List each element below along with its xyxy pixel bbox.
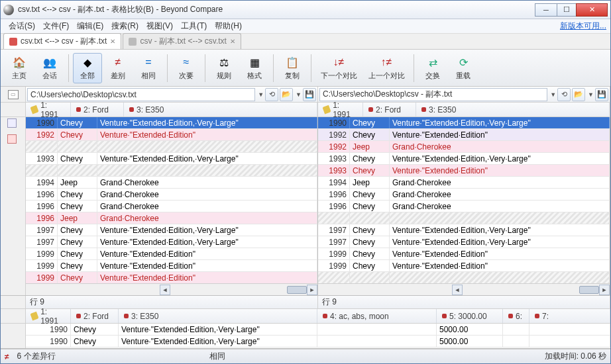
table-row[interactable]: 1992ChevyVenture·"Extended·Edition" <box>26 129 317 141</box>
table-row[interactable]: 1996ChevyGrand·Cherokee <box>26 189 317 201</box>
maximize-button[interactable]: ☐ <box>557 3 577 17</box>
menu-search[interactable]: 搜索(R) <box>107 19 142 33</box>
menu-file[interactable]: 文件(F) <box>39 19 73 33</box>
table-row[interactable]: 1999ChevyVenture·"Extended·Edition" <box>318 260 610 272</box>
save-button[interactable]: 💾 <box>595 88 608 101</box>
thumbnail-icon[interactable]: ▭ <box>8 90 19 99</box>
minimize-button[interactable]: ─ <box>535 3 557 17</box>
dropdown-icon[interactable]: ▼ <box>296 91 302 98</box>
save-button[interactable]: 💾 <box>303 88 316 101</box>
format-button[interactable]: ▦格式 <box>240 53 269 83</box>
col-header[interactable]: 1: 1991 <box>318 103 363 116</box>
left-path-input[interactable] <box>27 88 255 101</box>
prev-diff-button[interactable]: ↑≠上一个对比 <box>363 53 410 83</box>
next-diff-button[interactable]: ↓≠下一个对比 <box>315 53 362 83</box>
detail-table[interactable]: 1990ChevyVenture·"Extended·Edition,·Very… <box>26 324 610 348</box>
col-header[interactable]: 2: Ford <box>363 103 416 116</box>
overview-diff-marker[interactable] <box>7 134 17 144</box>
same-button[interactable]: =相同 <box>134 53 163 83</box>
col-header[interactable]: 3: E350 <box>416 103 610 116</box>
col-header[interactable]: 2: Ford <box>71 103 124 116</box>
detail-row[interactable]: 1990ChevyVenture·"Extended·Edition,·Very… <box>26 324 610 336</box>
tab-inactive[interactable]: csv - 副本.txt <--> csv.txt ✕ <box>123 33 241 49</box>
new-version-link[interactable]: 新版本可用... <box>560 21 606 32</box>
col-header[interactable]: 3: E350 <box>124 103 317 116</box>
right-hscroll[interactable]: ◄► <box>318 283 610 295</box>
session-button[interactable]: 👥会话 <box>35 53 64 83</box>
table-row[interactable]: 1997ChevyVenture·"Extended·Edition,·Very… <box>318 236 610 248</box>
dropdown-icon[interactable]: ▼ <box>258 91 264 98</box>
dropdown-icon[interactable]: ▼ <box>550 91 556 98</box>
table-row[interactable] <box>26 165 317 177</box>
close-button[interactable]: ✕ <box>576 3 608 17</box>
left-table[interactable]: 1990ChevyVenture·"Extended·Edition,·Very… <box>26 117 317 283</box>
table-row[interactable]: 1992JeepGrand·Cherokee <box>318 141 610 153</box>
table-row[interactable]: 1997ChevyVenture·"Extended·Edition,·Very… <box>26 236 317 248</box>
diff-button[interactable]: ≠差别 <box>103 53 133 83</box>
menu-edit[interactable]: 编辑(E) <box>73 19 107 33</box>
scroll-thumb[interactable] <box>287 286 307 294</box>
table-row[interactable]: 1990ChevyVenture·"Extended·Edition,·Very… <box>26 117 317 129</box>
reload-button[interactable]: ⟳重载 <box>449 53 478 83</box>
copy-button[interactable]: 📋复制 <box>278 53 307 83</box>
col-header[interactable]: 5: 3000.00 <box>437 309 503 323</box>
col-header[interactable]: 4: ac, abs, moon <box>317 309 437 323</box>
table-row[interactable]: 1993ChevyVenture·"Extended·Edition,·Very… <box>26 153 317 165</box>
refresh-button[interactable]: ⟲ <box>265 88 278 101</box>
swap-button[interactable]: ⇄交换 <box>418 53 447 83</box>
table-row[interactable]: 1996JeepGrand·Cherokee <box>26 212 317 224</box>
table-row[interactable] <box>318 272 610 283</box>
home-button[interactable]: 🏠主页 <box>5 53 34 83</box>
overview-gutter[interactable] <box>1 117 26 295</box>
right-path-input[interactable] <box>319 88 547 101</box>
rules-button[interactable]: ⚖规则 <box>209 53 239 83</box>
table-row[interactable]: 1999ChevyVenture·"Extended·Edition" <box>318 248 610 260</box>
minor-button[interactable]: ≈次要 <box>172 53 201 83</box>
table-row[interactable]: 1997ChevyVenture·"Extended·Edition,·Very… <box>318 224 610 236</box>
tab-close-icon[interactable]: ✕ <box>110 38 115 45</box>
all-button[interactable]: ◆全部 <box>73 53 102 83</box>
col-header[interactable]: 1: 1991 <box>26 309 71 323</box>
menu-tools[interactable]: 工具(T) <box>177 19 211 33</box>
table-row[interactable]: 1996ChevyGrand·Cherokee <box>318 201 610 212</box>
detail-row[interactable]: 1990ChevyVenture·"Extended·Edition,·Very… <box>26 336 610 347</box>
scroll-thumb[interactable] <box>579 286 599 294</box>
col-header[interactable]: 1: 1991 <box>26 103 71 116</box>
scroll-right-icon[interactable]: ► <box>599 285 610 295</box>
cell-year: 1997 <box>26 224 58 236</box>
scroll-left-icon[interactable]: ◄ <box>160 285 170 295</box>
right-table[interactable]: 1990ChevyVenture·"Extended·Edition,·Very… <box>318 117 610 283</box>
table-row[interactable]: 1993ChevyVenture·"Extended·Edition,·Very… <box>318 153 610 165</box>
overview-marker[interactable] <box>7 118 17 128</box>
scroll-left-icon[interactable]: ◄ <box>452 285 463 295</box>
table-row[interactable]: 1990ChevyVenture·"Extended·Edition,·Very… <box>318 117 610 129</box>
cell-desc <box>97 165 317 176</box>
scroll-right-icon[interactable]: ► <box>307 285 317 295</box>
col-header[interactable]: 2: Ford <box>71 309 119 323</box>
tab-close-icon[interactable]: ✕ <box>230 38 235 45</box>
tab-active[interactable]: csv.txt <--> csv - 副本.txt ✕ <box>3 33 121 49</box>
col-header[interactable]: 7: <box>529 309 610 323</box>
table-row[interactable]: 1994JeepGrand·Cherokee <box>26 177 317 189</box>
table-row[interactable] <box>26 141 317 153</box>
table-row[interactable]: 1996ChevyGrand·Cherokee <box>26 201 317 212</box>
dropdown-icon[interactable]: ▼ <box>588 91 594 98</box>
table-row[interactable]: 1999ChevyVenture·"Extended·Edition" <box>26 248 317 260</box>
left-hscroll[interactable]: ◄► <box>26 283 317 295</box>
col-header[interactable]: 3: E350 <box>119 309 317 323</box>
menu-session[interactable]: 会话(S) <box>5 19 39 33</box>
refresh-button[interactable]: ⟲ <box>557 88 571 101</box>
table-row[interactable]: 1999ChevyVenture·"Extended·Edition" <box>26 260 317 272</box>
open-button[interactable]: 📂 <box>572 88 585 101</box>
table-row[interactable] <box>318 212 610 224</box>
table-row[interactable]: 1996ChevyGrand·Cherokee <box>318 189 610 201</box>
table-row[interactable]: 1994JeepGrand·Cherokee <box>318 177 610 189</box>
table-row[interactable]: 1993ChevyVenture·"Extended·Edition" <box>318 165 610 177</box>
menu-help[interactable]: 帮助(H) <box>211 19 246 33</box>
table-row[interactable]: 1999ChevyVenture·"Extended·Edition" <box>26 272 317 283</box>
table-row[interactable]: 1997ChevyVenture·"Extended·Edition,·Very… <box>26 224 317 236</box>
table-row[interactable]: 1992ChevyVenture·"Extended·Edition" <box>318 129 610 141</box>
col-header[interactable]: 6: <box>503 309 529 323</box>
open-button[interactable]: 📂 <box>280 88 293 101</box>
menu-view[interactable]: 视图(V) <box>142 19 177 33</box>
